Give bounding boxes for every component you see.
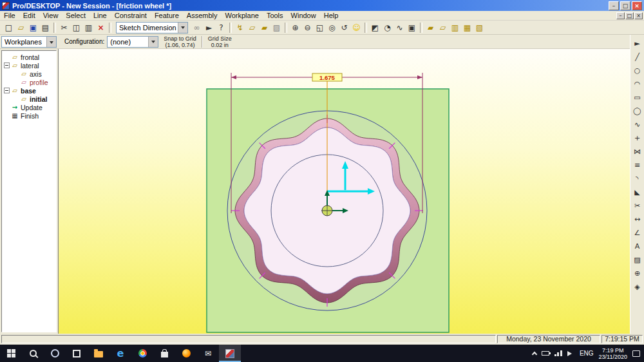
dimension-tool-icon[interactable]: ↔ xyxy=(632,213,643,225)
update-design-icon[interactable]: ↯ xyxy=(234,22,246,33)
construction-mode-icon[interactable]: ▨ xyxy=(270,22,283,33)
menu-feature[interactable]: Feature xyxy=(151,12,183,19)
menu-help[interactable]: Help xyxy=(320,12,343,19)
copy-icon[interactable]: ◫ xyxy=(70,22,82,33)
select-pointer-icon[interactable]: ► xyxy=(203,22,215,33)
task-view-button[interactable] xyxy=(66,345,88,362)
sketch-canvas[interactable]: 1.675 xyxy=(59,49,630,334)
paste-icon[interactable]: ▥ xyxy=(82,22,95,33)
text-tool-icon[interactable]: A xyxy=(632,240,643,252)
menu-view[interactable]: View xyxy=(39,12,62,19)
store-button[interactable] xyxy=(153,345,175,362)
menu-workplane[interactable]: Workplane xyxy=(221,12,262,19)
notification-center-icon[interactable] xyxy=(632,350,640,357)
align-faces-icon[interactable]: ▥ xyxy=(449,22,461,33)
offset-tool-icon[interactable]: ≡ xyxy=(632,159,643,171)
battery-icon[interactable] xyxy=(542,351,549,356)
mail-button[interactable]: ✉ xyxy=(197,345,219,362)
new-workplane-icon[interactable]: ▰ xyxy=(258,22,270,33)
tree-item-finish[interactable]: ▦ Finish xyxy=(2,111,56,120)
menu-window[interactable]: Window xyxy=(287,12,320,19)
previous-view-icon[interactable]: ↺ xyxy=(338,22,350,33)
shell-solid-icon[interactable]: ▣ xyxy=(406,22,418,33)
edge-button[interactable]: e xyxy=(109,345,131,362)
spline-tool-icon[interactable]: ∿ xyxy=(632,119,643,130)
hatch-tool-icon[interactable]: ▨ xyxy=(632,254,643,265)
link-dimension-icon[interactable]: ∞ xyxy=(191,22,203,33)
prodesktop-taskbar-button[interactable] xyxy=(219,345,241,362)
new-file-icon[interactable]: □ xyxy=(3,22,15,33)
circle-tool-icon[interactable]: ○ xyxy=(632,64,643,76)
trim-tool-icon[interactable]: ✂ xyxy=(632,200,643,211)
taskbar-clock[interactable]: 7:19 PM 23/11/2020 xyxy=(599,347,627,360)
search-button[interactable] xyxy=(22,345,44,362)
child-close-button[interactable]: × xyxy=(634,12,643,19)
tree-expander-icon[interactable] xyxy=(4,62,10,68)
chrome-button[interactable] xyxy=(131,345,153,362)
print-icon[interactable]: ▤ xyxy=(39,22,52,33)
cortana-button[interactable] xyxy=(44,345,66,362)
tree-item-base[interactable]: ▱ base xyxy=(2,86,56,95)
origin-marker[interactable] xyxy=(321,205,333,216)
menu-constraint[interactable]: Constraint xyxy=(111,12,151,19)
menu-assembly[interactable]: Assembly xyxy=(183,12,222,19)
arc-tool-icon[interactable]: ◠ xyxy=(632,78,643,90)
start-button[interactable] xyxy=(0,345,22,362)
revolve-profile-icon[interactable]: ◔ xyxy=(381,22,393,33)
maximize-button[interactable]: □ xyxy=(620,1,630,10)
select-tool-icon[interactable]: ► xyxy=(632,37,643,49)
ellipse-tool-icon[interactable]: ◯ xyxy=(632,105,643,117)
save-icon[interactable]: ▣ xyxy=(27,22,39,33)
zoom-window-icon[interactable]: ◱ xyxy=(314,22,326,33)
workplanes-combo[interactable]: Workplanes xyxy=(1,36,57,48)
mate-faces-icon[interactable]: ▱ xyxy=(437,22,449,33)
open-icon[interactable]: ▱ xyxy=(15,22,27,33)
dropdown-arrow-icon[interactable] xyxy=(148,37,158,47)
tree-item-initial[interactable]: ▱ initial xyxy=(2,95,56,103)
pan-tool-icon[interactable]: ◈ xyxy=(632,281,643,292)
zoom-in-icon[interactable]: ⊕ xyxy=(289,22,301,33)
minimize-button[interactable]: – xyxy=(609,1,619,10)
file-explorer-button[interactable] xyxy=(88,345,109,362)
network-icon[interactable] xyxy=(554,350,562,356)
tree-expander-icon[interactable] xyxy=(4,88,10,93)
zoom-tool-icon[interactable]: ⊕ xyxy=(632,267,643,279)
menu-edit[interactable]: Edit xyxy=(19,12,39,19)
context-help-icon[interactable]: ? xyxy=(215,22,227,33)
sweep-profile-icon[interactable]: ∿ xyxy=(393,22,406,33)
angle-tool-icon[interactable]: ∠ xyxy=(632,227,643,238)
child-minimize-button[interactable]: – xyxy=(616,12,625,19)
chamfer-tool-icon[interactable]: ◣ xyxy=(632,186,643,198)
firefox-button[interactable] xyxy=(175,345,197,362)
menu-select[interactable]: Select xyxy=(62,12,90,19)
delete-icon[interactable]: × xyxy=(95,22,107,33)
dropdown-arrow-icon[interactable] xyxy=(46,37,56,47)
smiley-face-icon[interactable]: ☺ xyxy=(350,22,363,33)
close-button[interactable]: × xyxy=(632,1,642,10)
tree-item-frontal[interactable]: ▱ frontal xyxy=(2,53,56,61)
menu-file[interactable]: File xyxy=(0,12,19,19)
dropdown-arrow-icon[interactable] xyxy=(178,23,187,33)
tree-item-profile[interactable]: ▱ profile xyxy=(2,78,56,86)
child-restore-button[interactable]: □ xyxy=(625,12,634,19)
fix-component-icon[interactable]: ▰ xyxy=(424,22,437,33)
menu-line[interactable]: Line xyxy=(90,12,111,19)
zoom-all-icon[interactable]: ◎ xyxy=(326,22,338,33)
point-tool-icon[interactable]: + xyxy=(632,132,643,144)
fillet-tool-icon[interactable]: ◝ xyxy=(632,173,643,184)
cut-icon[interactable]: ✂ xyxy=(58,22,70,33)
extrude-profile-icon[interactable]: ◩ xyxy=(369,22,381,33)
dimension-combo[interactable]: Sketch Dimension xyxy=(116,22,188,33)
chevron-up-icon[interactable] xyxy=(532,352,537,357)
new-sketch-icon[interactable]: ▱ xyxy=(246,22,258,33)
sketch-viewport[interactable]: 1.675 xyxy=(58,49,630,334)
center-axes-icon[interactable]: ▦ xyxy=(461,22,473,33)
tree-item-lateral[interactable]: ▱ lateral xyxy=(2,61,56,70)
dimension-value[interactable]: 1.675 xyxy=(319,74,335,81)
configuration-combo[interactable]: (none) xyxy=(107,36,158,48)
rectangle-tool-icon[interactable]: ▭ xyxy=(632,91,643,103)
language-indicator[interactable]: ENG xyxy=(580,350,594,357)
tree-item-axis[interactable]: ▱ axis xyxy=(2,70,56,78)
menu-tools[interactable]: Tools xyxy=(263,12,287,19)
zoom-out-icon[interactable]: ⊖ xyxy=(301,22,314,33)
